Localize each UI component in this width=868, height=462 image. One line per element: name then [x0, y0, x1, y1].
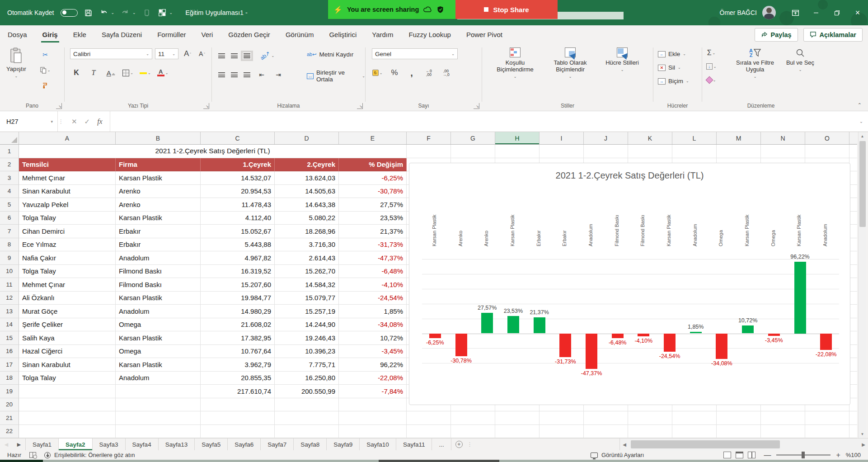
cell-q1[interactable]: 4.967,82	[201, 251, 275, 265]
accounting-format-button[interactable]: ₺ ⌄	[372, 67, 383, 78]
conditional-formatting-button[interactable]: Koşullu Biçimlendirme ⌄	[490, 47, 540, 79]
cell[interactable]	[19, 398, 116, 412]
tab-ekle[interactable]: Ekle	[66, 25, 94, 44]
cell-temsilci[interactable]: Mehmet Çınar	[19, 171, 116, 185]
horizontal-scrollbar[interactable]: ◀ ▶	[619, 438, 868, 450]
autosum-button[interactable]: Σ⌄	[706, 47, 717, 58]
cell[interactable]	[19, 425, 116, 438]
horizontal-scroll-thumb[interactable]	[631, 440, 780, 448]
tab-giriş[interactable]: Giriş	[35, 25, 66, 44]
cell-degisim[interactable]: 23,53%	[339, 212, 407, 225]
cell-degisim[interactable]: -22,08%	[339, 372, 407, 385]
number-format-select[interactable]: Genel⌄	[372, 48, 458, 59]
sheet-tab-overflow[interactable]: ...	[432, 438, 451, 450]
cell-degisim[interactable]: -31,73%	[339, 238, 407, 252]
cell-q2[interactable]: 10.396,23	[275, 345, 339, 358]
cell-degisim[interactable]: 10,72%	[339, 331, 407, 345]
row-header-16[interactable]: 16	[0, 345, 19, 358]
cell-q1[interactable]: 19.984,77	[201, 292, 275, 305]
undo-dropdown-icon[interactable]: ⌄	[111, 10, 115, 15]
cell[interactable]	[761, 425, 805, 438]
align-middle-icon[interactable]	[231, 53, 238, 58]
column-header-A[interactable]: A	[19, 132, 116, 144]
vertical-scroll-thumb[interactable]	[859, 141, 866, 227]
column-header-I[interactable]: I	[540, 132, 584, 144]
cell-q1[interactable]: 20.954,53	[201, 185, 275, 198]
tab-gözden-geçir[interactable]: Gözden Geçir	[221, 25, 278, 44]
bold-button[interactable]: K	[71, 67, 82, 78]
chart-bar[interactable]	[690, 332, 702, 333]
cell[interactable]	[201, 425, 275, 438]
cell-firma[interactable]: Filmond Baskı	[116, 278, 201, 292]
cell-degisim[interactable]: 96,22%	[339, 358, 407, 372]
cell-temsilci[interactable]: Sinan Karabulut	[19, 185, 116, 198]
number-dialog-launcher[interactable]: ↘	[474, 103, 479, 109]
cell[interactable]	[339, 411, 407, 425]
quick-access-grid-icon[interactable]	[158, 8, 167, 17]
format-cells-button[interactable]: ↔Biçim⌄	[658, 75, 689, 87]
align-bottom-icon[interactable]	[244, 53, 250, 58]
cell[interactable]	[451, 145, 495, 158]
cell-q1[interactable]: 17.382,95	[201, 331, 275, 345]
cell[interactable]	[116, 425, 201, 438]
tab-veri[interactable]: Veri	[193, 25, 221, 44]
sort-filter-button[interactable]: AZ Sırala ve Filtre Uygula ⌄	[730, 48, 780, 79]
cell-q1[interactable]: 15.207,60	[201, 278, 275, 292]
tab-power-pivot[interactable]: Power Pivot	[459, 25, 510, 44]
tab-scroll-splitter[interactable]: ⋮	[467, 438, 473, 450]
cell-temsilci[interactable]: Cihan Demirci	[19, 225, 116, 238]
chart-bar[interactable]	[455, 334, 467, 357]
sheet-nav-right-icon[interactable]: ▶	[13, 438, 25, 450]
cell[interactable]	[672, 145, 717, 158]
column-header-E[interactable]: E	[339, 132, 407, 144]
cell[interactable]	[19, 385, 116, 398]
cell[interactable]	[116, 385, 201, 398]
sheet-tab-sayfa7[interactable]: Sayfa7	[261, 438, 294, 450]
row-header-1[interactable]: 1	[0, 145, 19, 158]
cell-firma[interactable]: Filmond Baskı	[116, 265, 201, 278]
row-header-21[interactable]: 21	[0, 411, 19, 425]
cell-temsilci[interactable]: Salih Kaya	[19, 331, 116, 345]
header-q2[interactable]: 2.Çeyrek	[275, 158, 339, 172]
cell[interactable]	[407, 425, 451, 438]
cell[interactable]	[761, 411, 805, 425]
chart-bar[interactable]	[768, 334, 780, 336]
cell[interactable]	[540, 411, 584, 425]
cell[interactable]	[717, 411, 761, 425]
column-header-G[interactable]: G	[451, 132, 495, 144]
cell-firma[interactable]: Karsan Plastik	[116, 212, 201, 225]
chart-bar[interactable]	[612, 334, 624, 339]
column-header-C[interactable]: C	[201, 132, 275, 144]
cell-temsilci[interactable]: Hazal Ciğerci	[19, 345, 116, 358]
sheet-tab-sayfa4[interactable]: Sayfa4	[126, 438, 159, 450]
tab-yardım[interactable]: Yardım	[364, 25, 401, 44]
cell-temsilci[interactable]: Tolga Talay	[19, 372, 116, 385]
cell-degisim[interactable]: -30,78%	[339, 185, 407, 198]
cell-q2[interactable]: 7.775,71	[275, 358, 339, 372]
share-button[interactable]: Paylaş	[755, 28, 798, 42]
row-header-20[interactable]: 20	[0, 398, 19, 412]
cell-degisim[interactable]: -47,37%	[339, 251, 407, 265]
cell-q1[interactable]: 5.443,88	[201, 238, 275, 252]
row-header-3[interactable]: 3	[0, 171, 19, 185]
sheet-tab-sayfa5[interactable]: Sayfa5	[195, 438, 228, 450]
cell-firma[interactable]: Karsan Plastik	[116, 331, 201, 345]
cell-q1[interactable]: 14.980,29	[201, 305, 275, 318]
cell-q2[interactable]: 2.614,43	[275, 251, 339, 265]
paste-button[interactable]: Yapıştır ⌄	[6, 47, 26, 78]
sheet-tab-sayfa11[interactable]: Sayfa11	[396, 438, 432, 450]
align-right-icon[interactable]	[244, 72, 250, 77]
cell[interactable]	[116, 398, 201, 412]
row-header-22[interactable]: 22	[0, 425, 19, 438]
scroll-up-icon[interactable]: ▲	[859, 132, 866, 140]
save-icon[interactable]	[84, 8, 93, 17]
row-header-6[interactable]: 6	[0, 212, 19, 225]
zoom-in-icon[interactable]: +	[836, 451, 840, 459]
cell-q2[interactable]: 15.262,70	[275, 265, 339, 278]
cell[interactable]	[407, 411, 451, 425]
cell[interactable]	[584, 145, 628, 158]
insert-cells-button[interactable]: ←Ekle⌄	[658, 48, 689, 60]
cell-degisim[interactable]: -34,08%	[339, 318, 407, 332]
copy-button[interactable]: ⌄	[40, 65, 51, 75]
row-header-19[interactable]: 19	[0, 385, 19, 398]
